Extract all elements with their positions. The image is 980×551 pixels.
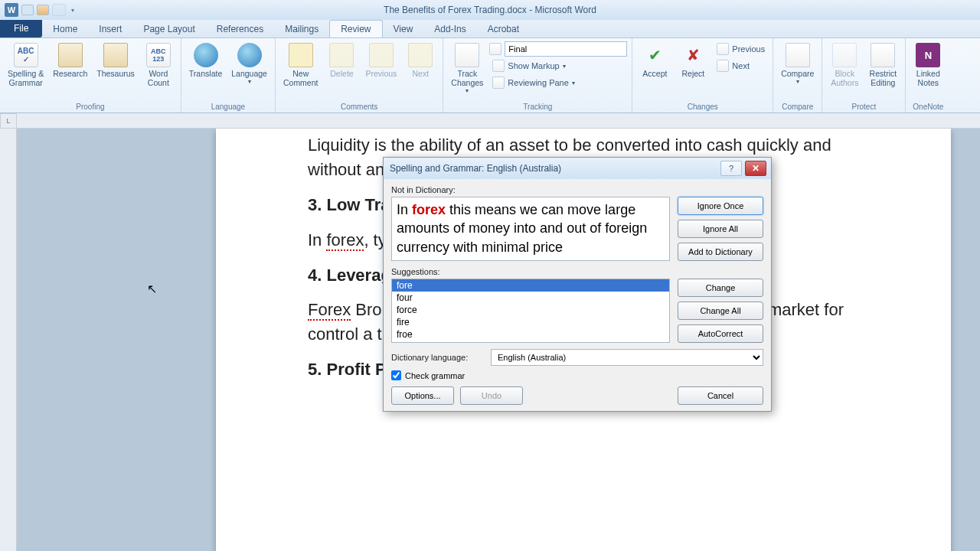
abc-check-icon: ABC✓ [14,43,38,67]
suggestion-item[interactable]: four [392,292,669,304]
ignore-once-button[interactable]: Ignore Once [678,197,763,215]
suggestion-item[interactable]: fire [392,316,669,328]
display-mode-select[interactable] [505,41,627,57]
tab-references[interactable]: References [206,21,274,37]
undo-button: Undo [460,386,523,405]
check-grammar-checkbox[interactable]: Check grammar [391,370,763,380]
tab-addins[interactable]: Add-Ins [423,21,476,37]
group-label-onenote: OneNote [910,101,946,112]
tab-review[interactable]: Review [329,20,382,37]
next-comment-icon [408,43,433,67]
dictionary-language-select[interactable]: English (Australia) [491,349,763,366]
change-button[interactable]: Change [678,279,763,297]
thesaurus-button[interactable]: Thesaurus [93,41,138,80]
restrict-editing-icon [871,43,895,67]
group-label-language: Language [186,101,270,112]
restrict-editing-button[interactable]: Restrict Editing [865,41,900,89]
research-button[interactable]: Research [50,41,90,80]
dialog-help-button[interactable]: ? [720,161,742,176]
options-button[interactable]: Options... [391,386,454,405]
group-proofing: ABC✓Spelling & Grammar Research Thesauru… [0,38,181,112]
onenote-icon: N [916,43,940,67]
language-button[interactable]: Language▾ [228,41,270,86]
track-changes-button[interactable]: Track Changes▾ [448,41,486,96]
group-label-compare: Compare [778,101,817,112]
accept-button[interactable]: ✔Accept [637,41,672,80]
qat-dropdown-icon[interactable]: ▾ [69,4,77,16]
title-bar: W ▾ The Benefits of Forex Trading.docx -… [0,0,980,20]
reviewing-pane-icon [492,77,505,89]
group-language: Translate Language▾ Language [181,38,276,112]
horizontal-ruler[interactable] [17,113,980,129]
dialog-title: Spelling and Grammar: English (Australia… [390,163,561,174]
display-mode-icon [489,43,501,55]
cancel-button[interactable]: Cancel [678,386,763,405]
vertical-ruler[interactable] [0,129,17,551]
tab-mailings[interactable]: Mailings [274,21,329,37]
group-changes: ✔Accept ✘Reject Previous Next Changes [632,38,773,112]
language-icon [237,43,262,67]
group-label-comments: Comments [280,101,438,112]
previous-comment-icon [369,43,394,67]
tab-home[interactable]: Home [42,21,88,37]
accept-icon: ✔ [642,43,667,67]
ribbon-tabs: File Home Insert Page Layout References … [0,20,980,38]
suggestion-item[interactable]: force [392,304,669,316]
ruler-corner[interactable]: L [0,113,17,129]
word-count-icon: ABC123 [146,43,171,67]
track-changes-icon [455,43,479,67]
linked-notes-button[interactable]: NLinked Notes [910,41,946,89]
reviewing-pane-button[interactable]: Reviewing Pane ▾ [489,75,627,90]
delete-comment-button[interactable]: Delete [324,41,359,80]
ribbon: ABC✓Spelling & Grammar Research Thesauru… [0,38,980,113]
tab-page-layout[interactable]: Page Layout [132,21,205,37]
reject-icon: ✘ [681,43,705,67]
save-icon[interactable] [21,5,34,15]
show-markup-button[interactable]: Show Markup ▾ [489,58,627,73]
previous-comment-button[interactable]: Previous [362,41,400,80]
next-change-button[interactable]: Next [714,58,768,73]
delete-comment-icon [329,43,354,67]
change-all-button[interactable]: Change All [678,302,763,320]
check-grammar-input[interactable] [391,370,401,380]
not-in-dictionary-textbox[interactable]: In forex this means we can move large am… [391,197,670,261]
previous-change-icon [717,43,729,55]
dictionary-language-label: Dictionary language: [391,353,483,362]
reject-button[interactable]: ✘Reject [675,41,710,80]
word-app-icon[interactable]: W [5,3,18,17]
spelling-grammar-button[interactable]: ABC✓Spelling & Grammar [5,41,47,89]
suggestion-item[interactable]: fore [392,279,669,292]
new-comment-button[interactable]: New Comment [280,41,322,89]
group-label-changes: Changes [637,101,768,112]
block-authors-icon [832,43,857,67]
translate-button[interactable]: Translate [186,41,225,80]
spelling-grammar-dialog: Spelling and Grammar: English (Australia… [383,157,772,412]
redo-icon [52,4,66,16]
group-onenote: NLinked Notes OneNote [906,38,950,112]
tab-acrobat[interactable]: Acrobat [477,21,530,37]
add-to-dictionary-button[interactable]: Add to Dictionary [678,243,763,261]
suggestions-listbox[interactable]: fore four force fire froe [391,279,670,343]
tab-view[interactable]: View [383,21,424,37]
tab-file[interactable]: File [0,19,42,37]
group-label-proofing: Proofing [5,101,176,112]
undo-icon[interactable] [37,5,49,15]
autocorrect-button[interactable]: AutoCorrect [678,324,763,343]
compare-button[interactable]: Compare▾ [778,41,817,86]
suggestion-item[interactable]: froe [392,328,669,341]
word-count-button[interactable]: ABC123Word Count [141,41,176,89]
previous-change-button[interactable]: Previous [714,41,768,57]
tab-insert[interactable]: Insert [88,21,132,37]
group-compare: Compare▾ Compare [773,38,822,112]
group-label-protect: Protect [827,101,900,112]
next-change-icon [717,60,729,72]
dialog-close-button[interactable]: ✕ [745,161,766,176]
block-authors-button[interactable]: Block Authors [827,41,862,89]
next-comment-button[interactable]: Next [403,41,438,80]
not-in-dictionary-label: Not in Dictionary: [391,185,763,194]
group-protect: Block Authors Restrict Editing Protect [822,38,906,112]
suggestions-label: Suggestions: [391,267,763,276]
new-comment-icon [289,43,313,67]
ignore-all-button[interactable]: Ignore All [678,220,763,238]
dialog-title-bar[interactable]: Spelling and Grammar: English (Australia… [384,158,771,179]
